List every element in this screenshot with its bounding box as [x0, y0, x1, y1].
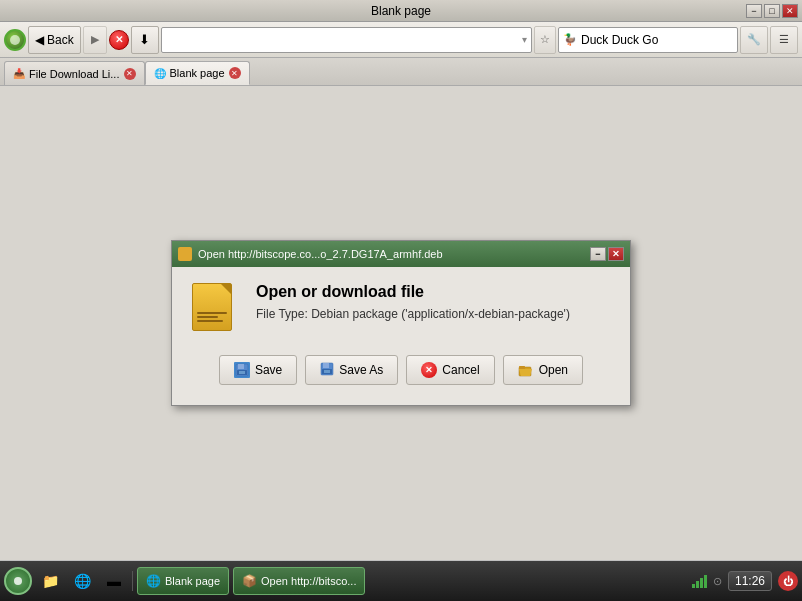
- forward-button[interactable]: ▶: [83, 26, 107, 54]
- address-dropdown-icon[interactable]: ▾: [522, 34, 527, 45]
- system-tray: ⊙ 11:26 ⏻: [692, 571, 798, 591]
- dialog-title-controls: − ✕: [590, 247, 624, 261]
- dialog-info-row: Open or download file File Type: Debian …: [192, 283, 610, 331]
- dialog-overlay: Open http://bitscope.co...o_2.7.DG17A_ar…: [0, 86, 802, 560]
- terminal-button[interactable]: ▬: [100, 567, 128, 595]
- svg-rect-1: [238, 364, 244, 369]
- svg-rect-7: [324, 370, 330, 373]
- network-button[interactable]: 🌐: [68, 567, 96, 595]
- dialog-body: Open or download file File Type: Debian …: [172, 267, 630, 405]
- tab-close-2[interactable]: ✕: [229, 67, 241, 79]
- file-manager-button[interactable]: 📁: [36, 567, 64, 595]
- title-bar: Blank page − □ ✕: [0, 0, 802, 22]
- taskbar-app2-label: Open http://bitsco...: [261, 575, 356, 587]
- clock: 11:26: [728, 571, 772, 591]
- bookmark-button[interactable]: ☆: [534, 26, 556, 54]
- download-button[interactable]: ⬇: [131, 26, 159, 54]
- taskbar-app2-icon: 📦: [242, 574, 257, 588]
- volume-icon: [692, 574, 707, 588]
- dialog-close-button[interactable]: ✕: [608, 247, 624, 261]
- svg-rect-3: [239, 371, 245, 374]
- tab-file-download[interactable]: 📥 File Download Li... ✕: [4, 61, 145, 85]
- tab-favicon-2: 🌐: [154, 68, 166, 79]
- dialog-file-type: File Type: Debian package ('application/…: [256, 307, 570, 321]
- taskbar-app1-icon: 🌐: [146, 574, 161, 588]
- dialog-minimize-button[interactable]: −: [590, 247, 606, 261]
- network-status-icon: ⊙: [713, 575, 722, 588]
- search-engine-logo: 🦆: [563, 33, 577, 46]
- start-button[interactable]: [4, 567, 32, 595]
- svg-rect-9: [519, 366, 525, 369]
- window-close-button[interactable]: ✕: [782, 4, 798, 18]
- search-input[interactable]: [581, 33, 733, 47]
- address-input[interactable]: [166, 33, 522, 47]
- taskbar-app1[interactable]: 🌐 Blank page: [137, 567, 229, 595]
- tab-favicon-1: 📥: [13, 68, 25, 79]
- browser-logo: [4, 29, 26, 51]
- back-label: Back: [47, 33, 74, 47]
- save-as-icon: [320, 362, 334, 379]
- tab-close-1[interactable]: ✕: [124, 68, 136, 80]
- power-button[interactable]: ⏻: [778, 571, 798, 591]
- taskbar-app2[interactable]: 📦 Open http://bitsco...: [233, 567, 365, 595]
- minimize-button[interactable]: −: [746, 4, 762, 18]
- tab-label-2: Blank page: [170, 67, 225, 79]
- maximize-button[interactable]: □: [764, 4, 780, 18]
- save-icon: [234, 362, 250, 378]
- taskbar-app1-label: Blank page: [165, 575, 220, 587]
- menu-button[interactable]: ☰: [770, 26, 798, 54]
- toolbar: ◀ Back ▶ ✕ ⬇ ▾ ☆ 🦆 🔧: [0, 22, 802, 58]
- taskbar: 📁 🌐 ▬ 🌐 Blank page 📦 Open http://bitsco.…: [0, 561, 802, 601]
- stop-button[interactable]: ✕: [109, 30, 129, 50]
- cancel-label: Cancel: [442, 363, 479, 377]
- dialog-title-text: Open http://bitscope.co...o_2.7.DG17A_ar…: [198, 248, 443, 260]
- dialog-heading: Open or download file: [256, 283, 570, 301]
- window-title: Blank page: [371, 4, 431, 18]
- tab-blank-page[interactable]: 🌐 Blank page ✕: [145, 61, 250, 85]
- cancel-button[interactable]: ✕ Cancel: [406, 355, 494, 385]
- save-button[interactable]: Save: [219, 355, 297, 385]
- open-label: Open: [539, 363, 568, 377]
- tools-button[interactable]: 🔧: [740, 26, 768, 54]
- file-icon: [192, 283, 240, 331]
- open-button[interactable]: Open: [503, 355, 583, 385]
- open-icon: [518, 363, 534, 377]
- tabs-bar: 📥 File Download Li... ✕ 🌐 Blank page ✕: [0, 58, 802, 86]
- browser-window: Blank page − □ ✕ ◀ Back ▶: [0, 0, 802, 560]
- address-bar-container[interactable]: ▾: [161, 27, 532, 53]
- save-as-label: Save As: [339, 363, 383, 377]
- dialog-buttons: Save Save As: [192, 351, 610, 385]
- cancel-icon: ✕: [421, 362, 437, 378]
- back-button[interactable]: ◀ Back: [28, 26, 81, 54]
- file-download-dialog: Open http://bitscope.co...o_2.7.DG17A_ar…: [171, 240, 631, 406]
- search-bar[interactable]: 🦆: [558, 27, 738, 53]
- save-label: Save: [255, 363, 282, 377]
- dialog-title-bar: Open http://bitscope.co...o_2.7.DG17A_ar…: [172, 241, 630, 267]
- browser-content: Open http://bitscope.co...o_2.7.DG17A_ar…: [0, 86, 802, 560]
- save-as-button[interactable]: Save As: [305, 355, 398, 385]
- window-controls: − □ ✕: [746, 4, 798, 18]
- taskbar-separator: [132, 571, 133, 591]
- dialog-title-icon: [178, 247, 192, 261]
- tab-label-1: File Download Li...: [29, 68, 120, 80]
- svg-rect-5: [323, 363, 329, 368]
- dialog-text: Open or download file File Type: Debian …: [256, 283, 570, 321]
